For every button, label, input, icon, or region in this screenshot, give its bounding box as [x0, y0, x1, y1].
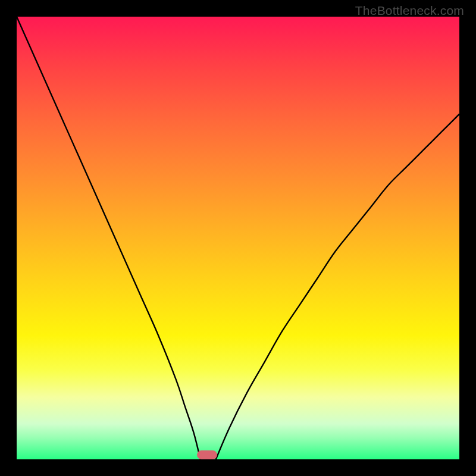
plot-area	[17, 17, 459, 459]
curve-layer	[17, 17, 459, 459]
left-curve	[17, 17, 201, 459]
bottleneck-marker	[197, 450, 217, 459]
watermark-text: TheBottleneck.com	[355, 4, 464, 18]
right-curve	[216, 114, 459, 459]
